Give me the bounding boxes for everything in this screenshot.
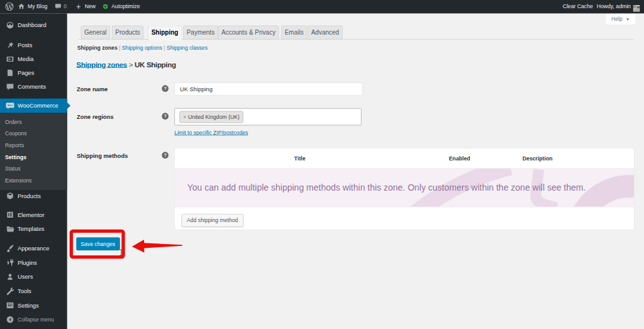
svg-text:WOO: WOO [7,104,13,107]
